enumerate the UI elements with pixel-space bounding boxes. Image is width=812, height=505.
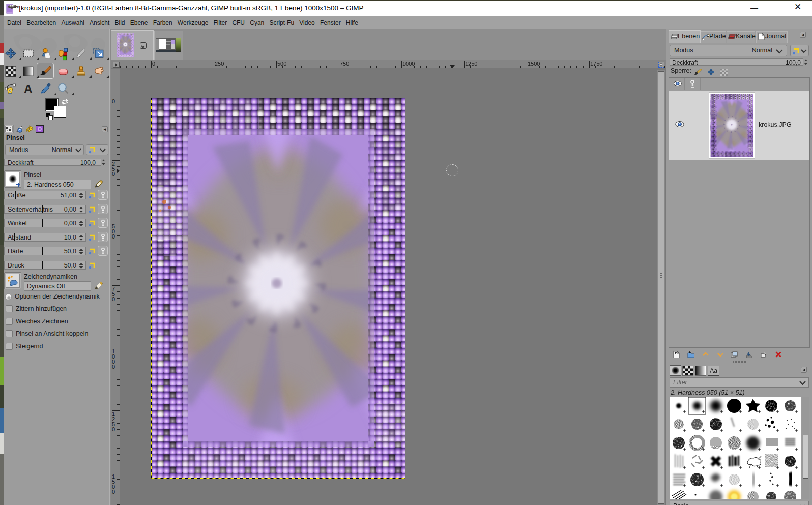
- svg-text:A: A: [24, 82, 32, 95]
